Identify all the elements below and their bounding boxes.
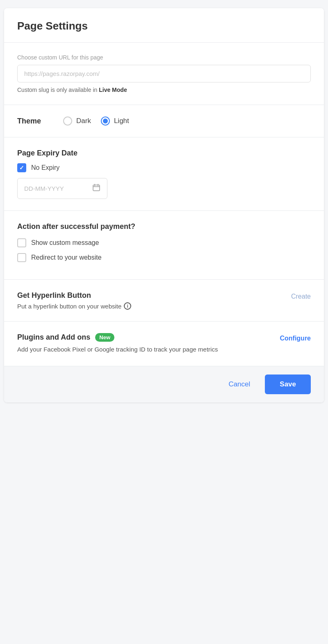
redirect-website-label: Redirect to your website bbox=[31, 254, 102, 261]
show-custom-message-row[interactable]: Show custom message bbox=[17, 238, 311, 247]
url-section-label: Choose custom URL for this page bbox=[17, 54, 311, 61]
action-title: Action after successful payment? bbox=[17, 222, 311, 231]
show-custom-message-checkbox[interactable] bbox=[17, 238, 26, 247]
page-settings-panel: Page Settings Choose custom URL for this… bbox=[4, 8, 324, 402]
url-section: Choose custom URL for this page Custom s… bbox=[4, 42, 324, 105]
hyperlink-title: Get Hyperlink Button bbox=[17, 291, 291, 300]
url-input[interactable] bbox=[17, 65, 311, 82]
date-input-wrapper[interactable]: DD-MM-YYYY bbox=[17, 178, 107, 199]
plugins-content: Plugins and Add ons New Add your Faceboo… bbox=[17, 333, 280, 354]
plugins-title: Plugins and Add ons bbox=[17, 333, 90, 342]
theme-dark-label: Dark bbox=[76, 117, 91, 125]
url-hint: Custom slug is only available in Live Mo… bbox=[17, 87, 311, 93]
expiry-section: Page Expiry Date ✓ No Expiry DD-MM-YYYY bbox=[4, 137, 324, 210]
theme-radio-group: Dark Light bbox=[63, 116, 129, 126]
theme-section: Theme Dark Light bbox=[4, 105, 324, 137]
calendar-icon bbox=[92, 183, 100, 194]
show-custom-message-label: Show custom message bbox=[31, 239, 99, 247]
new-badge: New bbox=[95, 333, 114, 342]
plugins-desc: Add your Facebook Pixel or Google tracki… bbox=[17, 345, 280, 354]
hyperlink-content: Get Hyperlink Button Put a hyperlink but… bbox=[17, 291, 291, 310]
panel-footer: Cancel Save bbox=[4, 366, 324, 402]
svg-rect-0 bbox=[93, 185, 100, 191]
configure-button[interactable]: Configure bbox=[280, 333, 311, 342]
hyperlink-section: Get Hyperlink Button Put a hyperlink but… bbox=[4, 279, 324, 321]
theme-label: Theme bbox=[17, 117, 50, 126]
plugins-header: Plugins and Add ons New bbox=[17, 333, 280, 342]
date-placeholder: DD-MM-YYYY bbox=[24, 185, 64, 192]
hyperlink-desc: Put a hyperlink button on your website i bbox=[17, 302, 291, 310]
info-icon: i bbox=[124, 302, 131, 310]
expiry-title: Page Expiry Date bbox=[17, 149, 311, 158]
redirect-website-row[interactable]: Redirect to your website bbox=[17, 253, 311, 262]
action-section: Action after successful payment? Show cu… bbox=[4, 210, 324, 279]
cancel-button[interactable]: Cancel bbox=[220, 375, 258, 393]
no-expiry-label: No Expiry bbox=[31, 164, 59, 171]
plugins-section: Plugins and Add ons New Add your Faceboo… bbox=[4, 321, 324, 366]
create-hyperlink-button[interactable]: Create bbox=[291, 291, 311, 300]
no-expiry-checkbox-row[interactable]: ✓ No Expiry bbox=[17, 163, 311, 172]
theme-light-label: Light bbox=[114, 117, 129, 125]
theme-dark-option[interactable]: Dark bbox=[63, 116, 91, 126]
checkmark-icon: ✓ bbox=[19, 164, 24, 171]
theme-light-radio[interactable] bbox=[101, 116, 110, 126]
theme-light-option[interactable]: Light bbox=[101, 116, 129, 126]
no-expiry-checkbox[interactable]: ✓ bbox=[17, 163, 26, 172]
redirect-website-checkbox[interactable] bbox=[17, 253, 26, 262]
theme-dark-radio[interactable] bbox=[63, 116, 72, 126]
page-title: Page Settings bbox=[17, 20, 311, 32]
save-button[interactable]: Save bbox=[265, 375, 311, 394]
panel-header: Page Settings bbox=[4, 8, 324, 42]
